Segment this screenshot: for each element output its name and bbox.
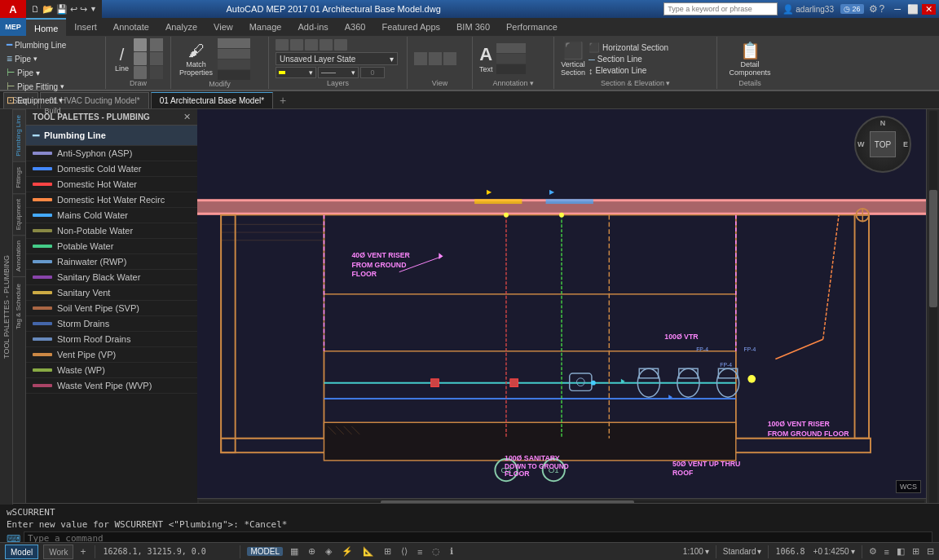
- top-view-btn[interactable]: TOP: [870, 131, 896, 157]
- detail-components-btn[interactable]: 📋 Detail Components: [729, 41, 770, 77]
- palette-item[interactable]: Waste (WP): [26, 363, 197, 378]
- vertical-section-btn[interactable]: ⬛ Vertical Section: [561, 41, 585, 77]
- transparency-btn[interactable]: ◌: [430, 546, 443, 557]
- annotation-dropdown-btn[interactable]: Annotation ▾: [479, 79, 547, 87]
- lineweight-btn[interactable]: ≡: [415, 547, 425, 557]
- annotation-scale-dropdown[interactable]: +0 1:4250▾: [813, 547, 855, 556]
- palette-item[interactable]: Sanitary Vent: [26, 285, 197, 301]
- doc-tab-arch[interactable]: 01 Architectural Base Model*: [151, 92, 273, 108]
- line-btn[interactable]: / Line: [113, 44, 130, 74]
- ribbon-tab-view[interactable]: View: [205, 18, 241, 36]
- view-btn2[interactable]: [429, 52, 442, 65]
- palette-item[interactable]: Potable Water: [26, 239, 197, 254]
- palette-item[interactable]: Waste Vent Pipe (WVP): [26, 378, 197, 394]
- palette-item[interactable]: Domestic Hot Water Recirc: [26, 192, 197, 208]
- plumbing-line-btn[interactable]: ━ Plumbing Line: [5, 38, 100, 51]
- layer-btn3[interactable]: [305, 39, 318, 51]
- horizontal-section-btn[interactable]: ⬛ Horizontal Section: [589, 42, 668, 53]
- scale-dropdown[interactable]: 1:100▾: [683, 547, 709, 556]
- palette-tab-equipment[interactable]: Equipment: [13, 193, 25, 235]
- ribbon-tab-insert[interactable]: Insert: [66, 18, 105, 36]
- plumbing-fitting-btn[interactable]: ⊢ Pipe ▾: [5, 66, 100, 79]
- mod-opt2[interactable]: [218, 49, 250, 59]
- layer-state-dropdown[interactable]: Unsaved Layer State ▾: [276, 52, 398, 65]
- model-tab[interactable]: Model: [5, 545, 38, 559]
- ui-options-btn[interactable]: ≡: [884, 547, 889, 557]
- help-icon[interactable]: ?: [879, 3, 885, 15]
- app-button[interactable]: A: [0, 0, 26, 18]
- pipe-btn[interactable]: ≡ Pipe ▾: [5, 52, 100, 65]
- ribbon-tab-featured[interactable]: Featured Apps: [373, 18, 448, 36]
- palette-tab-annotation[interactable]: Annotation: [13, 235, 25, 276]
- ribbon-tab-a360[interactable]: A360: [337, 18, 374, 36]
- layout-btn[interactable]: ◧: [897, 546, 905, 557]
- ann-opt2[interactable]: [496, 54, 526, 64]
- section-elevation-dropdown-btn[interactable]: Section & Elevation ▾: [561, 79, 710, 87]
- drawing-area[interactable]: O2 O1 40Ø VENT: [197, 109, 926, 498]
- elevation-line-btn[interactable]: ↕ Elevation Line: [589, 66, 668, 76]
- palette-tab-tag-schedule[interactable]: Tag & Schedule: [13, 276, 25, 336]
- text-btn[interactable]: A Text: [479, 44, 493, 73]
- ribbon-tab-addins[interactable]: Add-ins: [289, 18, 336, 36]
- minimize-btn[interactable]: ─: [891, 4, 904, 14]
- palette-item[interactable]: Non-Potable Water: [26, 223, 197, 239]
- mod-opt1[interactable]: [218, 38, 250, 48]
- open-btn[interactable]: 📂: [42, 4, 54, 15]
- palette-tab-fittings[interactable]: Fittings: [13, 161, 25, 193]
- search-input[interactable]: [668, 5, 774, 13]
- layer-combo3[interactable]: ——▾: [318, 67, 359, 78]
- quickprop-btn[interactable]: ℹ: [447, 546, 456, 557]
- palette-item-plumbing-line-header[interactable]: ━ Plumbing Line: [26, 126, 197, 146]
- mod-opt3[interactable]: [218, 60, 250, 69]
- ribbon-tab-performance[interactable]: Performance: [498, 18, 566, 36]
- palette-tab-plumbing-line[interactable]: Plumbing Line: [13, 109, 25, 161]
- v-scrollbar[interactable]: [929, 111, 937, 505]
- draw-opt3[interactable]: [150, 66, 163, 79]
- match-props-btn[interactable]: 🖌 Match Properties: [178, 40, 214, 78]
- layer-btn2[interactable]: [290, 39, 303, 51]
- palette-item[interactable]: Rainwater (RWP): [26, 254, 197, 270]
- redo-btn[interactable]: ↪: [80, 4, 87, 15]
- palette-item[interactable]: Domestic Cold Water: [26, 161, 197, 177]
- new-tab-btn[interactable]: +: [275, 92, 291, 108]
- mod-opt4[interactable]: [218, 70, 250, 80]
- draw-shapes3-btn[interactable]: [134, 66, 147, 79]
- restore-btn[interactable]: ⬜: [904, 4, 922, 15]
- ribbon-tab-home[interactable]: Home: [26, 18, 66, 36]
- draw-opt1[interactable]: [150, 38, 163, 51]
- tool-palette-side-label[interactable]: TOOL PALETTES - PLUMBING: [0, 109, 13, 505]
- snap-btn[interactable]: ⊕: [306, 546, 318, 557]
- new-btn[interactable]: 🗋: [31, 4, 40, 14]
- layer-combo2[interactable]: ▾: [276, 67, 316, 78]
- grid-btn[interactable]: ▦: [288, 546, 301, 557]
- close-btn[interactable]: ✕: [922, 4, 936, 15]
- palette-item[interactable]: Anti-Syphon (ASP): [26, 146, 197, 161]
- standard-dropdown[interactable]: Standard▾: [723, 547, 762, 556]
- view-btn3[interactable]: [443, 52, 456, 65]
- ribbon-tab-analyze[interactable]: Analyze: [157, 18, 205, 36]
- draw-opt2[interactable]: [150, 52, 163, 65]
- layer-btn4[interactable]: [320, 39, 333, 51]
- save-btn[interactable]: 💾: [56, 4, 68, 15]
- palette-item[interactable]: Sanitary Black Water: [26, 270, 197, 285]
- palette-item[interactable]: Storm Drains: [26, 316, 197, 332]
- add-layout-btn[interactable]: +: [78, 546, 87, 558]
- undo-btn[interactable]: ↩: [70, 4, 77, 15]
- ann-opt1[interactable]: [496, 43, 526, 53]
- dyn-input-btn[interactable]: ⟨⟩: [399, 546, 410, 557]
- palette-item[interactable]: Soil Vent Pipe (SVP): [26, 301, 197, 316]
- pipe-fitting-btn[interactable]: ⊢ Pipe Fitting ▾: [5, 80, 100, 93]
- search-box[interactable]: [663, 2, 778, 15]
- equipment-btn[interactable]: ⊡ Equipment ▾: [5, 94, 100, 107]
- ortho-btn[interactable]: ◈: [323, 546, 334, 557]
- layer-btn5[interactable]: [334, 39, 347, 51]
- view-btn1[interactable]: [414, 52, 427, 65]
- workspace-btn[interactable]: ⚙: [869, 546, 877, 557]
- qa-dropdown[interactable]: ▼: [90, 5, 97, 13]
- ann-opt3[interactable]: [496, 64, 526, 74]
- ribbon-tab-annotate[interactable]: Annotate: [105, 18, 157, 36]
- draw-shapes-btn[interactable]: [134, 38, 147, 51]
- palette-item[interactable]: Storm Roof Drains: [26, 332, 197, 347]
- ribbon-tab-manage[interactable]: Manage: [241, 18, 290, 36]
- maximize-btn[interactable]: ⊞: [912, 546, 919, 557]
